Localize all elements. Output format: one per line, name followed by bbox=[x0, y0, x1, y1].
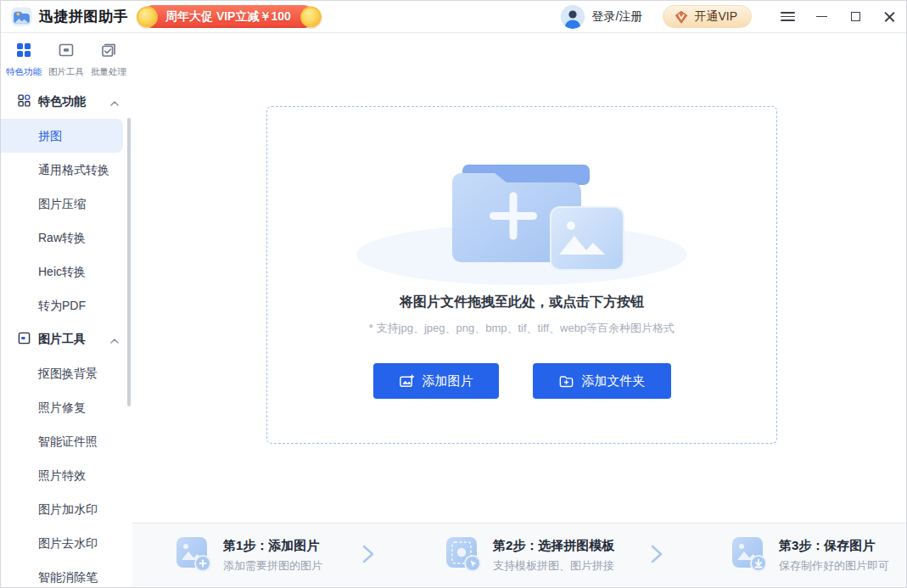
tab-label: 特色功能 bbox=[6, 66, 42, 78]
step-title: 第3步：保存图片 bbox=[779, 538, 889, 554]
sidebar-item-smart-eraser[interactable]: 智能消除笔 bbox=[1, 560, 123, 588]
image-tools-icon bbox=[58, 42, 75, 62]
step-title: 第2步：选择拼图模板 bbox=[493, 538, 614, 554]
minimize-button[interactable] bbox=[804, 2, 838, 32]
dropzone-title: 将图片文件拖拽至此处，或点击下方按钮 bbox=[400, 294, 644, 311]
chevron-up-icon[interactable] bbox=[110, 94, 119, 109]
image-tools-section-icon bbox=[18, 332, 31, 348]
minimize-icon bbox=[816, 16, 827, 18]
sidebar-item-collage[interactable]: 拼图 bbox=[1, 119, 123, 153]
sidebar-scrollbar[interactable] bbox=[127, 118, 131, 406]
step-3-save-image: 第3步：保存图片 保存制作好的图片即可 bbox=[731, 535, 889, 576]
sidebar-tabs: 特色功能 图片工具 批 bbox=[1, 33, 132, 78]
dropzone-formats-note: * 支持jpg、jpeg、png、bmp、tif、tiff、webp等百余种图片… bbox=[369, 321, 675, 336]
steps-bar: 第1步：添加图片 添加需要拼图的图片 第2步：选择拼图模板 支持模板拼图、图片拼… bbox=[130, 523, 906, 587]
app-title: 迅捷拼图助手 bbox=[39, 7, 128, 26]
features-section-icon bbox=[18, 94, 31, 110]
coin-icon bbox=[137, 6, 158, 27]
sidebar-item-background-remove[interactable]: 抠图换背景 bbox=[1, 356, 123, 390]
tab-batch-process[interactable]: 批量处理 bbox=[87, 42, 130, 78]
vip-badge-icon bbox=[674, 9, 689, 25]
add-folder-label: 添加文件夹 bbox=[582, 373, 646, 389]
section-title: 特色功能 bbox=[38, 94, 86, 109]
step-desc: 添加需要拼图的图片 bbox=[223, 558, 322, 574]
features-grid-icon bbox=[15, 42, 32, 62]
image-dropzone[interactable]: 将图片文件拖拽至此处，或点击下方按钮 * 支持jpg、jpeg、png、bmp、… bbox=[266, 106, 777, 444]
step-3-save-image-icon bbox=[731, 535, 768, 576]
folder-upload-illustration bbox=[352, 151, 691, 288]
dropzone-buttons: 添加图片 添加文件夹 bbox=[373, 363, 671, 399]
chevron-up-icon[interactable] bbox=[110, 332, 119, 347]
sidebar-item-id-photo[interactable]: 智能证件照 bbox=[1, 424, 123, 458]
step-1-add-images: 第1步：添加图片 添加需要拼图的图片 bbox=[175, 535, 322, 576]
main-content: 将图片文件拖拽至此处，或点击下方按钮 * 支持jpg、jpeg、png、bmp、… bbox=[132, 33, 906, 523]
hamburger-menu-icon bbox=[781, 12, 795, 21]
sidebar-item-remove-watermark[interactable]: 图片去水印 bbox=[1, 526, 123, 560]
maximize-button[interactable] bbox=[838, 2, 872, 32]
tab-label: 批量处理 bbox=[91, 66, 126, 78]
close-icon bbox=[884, 11, 895, 22]
add-folder-button[interactable]: 添加文件夹 bbox=[533, 363, 671, 399]
step-2-choose-template-icon bbox=[445, 535, 482, 576]
titlebar-right: 登录/注册 开通VIP bbox=[561, 2, 906, 32]
sidebar-item-photo-repair[interactable]: 照片修复 bbox=[1, 390, 123, 424]
sidebar-item-photo-effects[interactable]: 照片特效 bbox=[1, 458, 123, 492]
close-button[interactable] bbox=[872, 2, 906, 32]
add-image-button[interactable]: 添加图片 bbox=[373, 363, 499, 399]
tab-image-tools[interactable]: 图片工具 bbox=[45, 42, 87, 78]
window-controls bbox=[770, 2, 906, 32]
step-desc: 支持模板拼图、图片拼接 bbox=[493, 558, 614, 574]
vip-button-label: 开通VIP bbox=[694, 9, 737, 25]
chevron-right-icon bbox=[651, 545, 663, 567]
sidebar-item-format-convert[interactable]: 通用格式转换 bbox=[1, 153, 123, 187]
sidebar: 特色功能 图片工具 批 bbox=[1, 33, 132, 587]
sidebar-item-image-compress[interactable]: 图片压缩 bbox=[1, 187, 123, 221]
sidebar-item-add-watermark[interactable]: 图片加水印 bbox=[1, 492, 123, 526]
maximize-icon bbox=[851, 12, 860, 21]
avatar[interactable] bbox=[561, 5, 585, 29]
step-2-choose-template: 第2步：选择拼图模板 支持模板拼图、图片拼接 bbox=[445, 535, 614, 576]
promo-text: 周年大促 VIP立减￥100 bbox=[165, 9, 291, 25]
step-desc: 保存制作好的图片即可 bbox=[779, 558, 889, 574]
batch-process-icon bbox=[100, 42, 117, 62]
chevron-right-icon bbox=[362, 545, 374, 567]
tab-label: 图片工具 bbox=[48, 66, 84, 78]
step-title: 第1步：添加图片 bbox=[223, 538, 322, 554]
app-window: 迅捷拼图助手 周年大促 VIP立减￥100 登录/注册 bbox=[0, 0, 907, 588]
coin-icon bbox=[300, 6, 322, 27]
titlebar: 迅捷拼图助手 周年大促 VIP立减￥100 登录/注册 bbox=[1, 1, 906, 33]
tab-features[interactable]: 特色功能 bbox=[3, 42, 45, 78]
add-folder-icon bbox=[558, 373, 574, 389]
login-register-link[interactable]: 登录/注册 bbox=[592, 9, 643, 25]
section-header-features[interactable]: 特色功能 bbox=[1, 85, 132, 119]
sidebar-item-to-pdf[interactable]: 转为PDF bbox=[1, 288, 123, 322]
promo-banner[interactable]: 周年大促 VIP立减￥100 bbox=[142, 5, 315, 28]
step-1-add-images-icon bbox=[175, 535, 212, 576]
menu-button[interactable] bbox=[770, 2, 804, 32]
add-image-label: 添加图片 bbox=[423, 373, 473, 389]
sidebar-item-raw-convert[interactable]: Raw转换 bbox=[1, 221, 123, 255]
add-image-icon bbox=[399, 373, 415, 389]
sidebar-menu: 特色功能 拼图 通用格式转换 图片压缩 Raw转换 Heic转换 转为PDF bbox=[1, 85, 132, 588]
section-title: 图片工具 bbox=[38, 332, 86, 347]
sidebar-item-heic-convert[interactable]: Heic转换 bbox=[1, 255, 123, 288]
open-vip-button[interactable]: 开通VIP bbox=[663, 5, 752, 28]
section-header-image-tools[interactable]: 图片工具 bbox=[1, 322, 132, 356]
app-logo-icon bbox=[11, 6, 32, 27]
